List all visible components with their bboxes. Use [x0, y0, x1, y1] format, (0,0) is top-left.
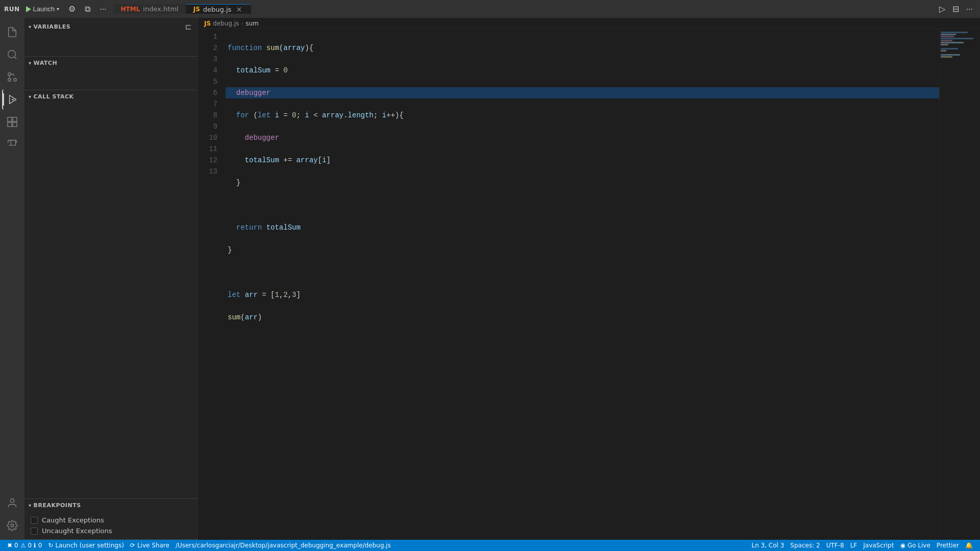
watch-section-title: WATCH — [34, 60, 194, 66]
variables-section-header[interactable]: ▾ VARIABLES ⊏ — [24, 18, 198, 36]
warning-icon: ⚠ — [20, 542, 26, 549]
tab-bar: HTML index.html JS debug.js × — [114, 4, 932, 14]
launch-run-button[interactable]: Launch ▾ — [23, 4, 63, 14]
svg-point-11 — [10, 499, 14, 503]
collapse-all-variables-button[interactable]: ⊏ — [183, 21, 194, 33]
warning-count: 0 — [28, 542, 32, 549]
debug-sidebar: ▾ VARIABLES ⊏ ▾ WATCH ▾ CALL STACK — [24, 18, 198, 540]
go-live-icon: ◉ — [900, 542, 905, 549]
bell-icon: 🔔 — [965, 542, 973, 549]
code-line-10: } — [226, 244, 939, 256]
activity-icon-testing[interactable] — [2, 134, 22, 155]
status-prettier[interactable]: Prettier — [934, 540, 962, 551]
breakpoint-caught-exceptions: Caught Exceptions — [31, 515, 192, 525]
breakpoints-section-header[interactable]: ▾ BREAKPOINTS — [24, 499, 198, 512]
svg-rect-9 — [8, 122, 12, 127]
variables-content — [24, 36, 198, 56]
activity-icon-git[interactable] — [2, 67, 22, 87]
language-text: JavaScript — [863, 542, 894, 549]
code-content[interactable]: function sum(array){ totalSum = 0 debugg… — [224, 29, 939, 540]
launch-config-label: Launch — [33, 5, 55, 13]
status-line-ending[interactable]: LF — [847, 540, 861, 551]
tab-index-html[interactable]: HTML index.html — [114, 4, 186, 14]
call-stack-section-title: CALL STACK — [34, 93, 194, 100]
more-actions-button[interactable]: ··· — [96, 3, 109, 16]
activity-icon-account[interactable] — [2, 493, 22, 513]
breadcrumb-separator: › — [241, 20, 243, 27]
live-share-label: Live Share — [137, 542, 169, 549]
sync-icon: ↻ — [48, 542, 53, 549]
window-actions: ▷ ⊟ ··· — [936, 2, 976, 16]
code-line-4: for (let i = 0; i < array.length; i++){ — [226, 110, 939, 121]
activity-icon-extensions[interactable] — [2, 112, 22, 132]
breadcrumb-file: debug.js — [213, 20, 239, 27]
svg-line-1 — [14, 57, 16, 59]
open-launch-json-button[interactable]: ⚙ — [65, 2, 79, 16]
breakpoints-section: ▾ BREAKPOINTS Caught Exceptions Uncaught… — [24, 499, 198, 540]
tab-debug-js[interactable]: JS debug.js × — [186, 4, 252, 14]
svg-rect-8 — [13, 117, 17, 121]
html-file-icon: HTML — [121, 6, 140, 13]
launch-config-status: Launch (user settings) — [55, 542, 124, 549]
status-cursor-position[interactable]: Ln 3, Col 3 — [748, 540, 787, 551]
code-line-11 — [226, 267, 939, 278]
status-file-path[interactable]: /Users/carlosgarciajr/Desktop/javascript… — [173, 540, 394, 551]
activity-icon-settings[interactable] — [2, 515, 22, 536]
activity-icon-explorer[interactable] — [2, 22, 22, 42]
tab-close-button[interactable]: × — [234, 5, 243, 14]
code-editor[interactable]: 12345 678910 111213 function sum(array){… — [198, 29, 939, 540]
status-encoding[interactable]: UTF-8 — [823, 540, 847, 551]
breakpoints-section-title: BREAKPOINTS — [34, 502, 194, 509]
line-numbers: 12345 678910 111213 — [198, 29, 224, 540]
watch-section-header[interactable]: ▾ WATCH — [24, 57, 198, 69]
error-icon: ✖ — [7, 542, 12, 549]
variables-section: ▾ VARIABLES ⊏ — [24, 18, 198, 57]
breakpoints-content: Caught Exceptions Uncaught Exceptions — [24, 512, 198, 539]
info-icon: ℹ — [34, 542, 36, 549]
code-line-5: debugger — [226, 132, 939, 143]
status-live-share[interactable]: ⟳ Live Share — [127, 540, 173, 551]
activity-icon-debug[interactable] — [2, 89, 22, 110]
activity-icon-search[interactable] — [2, 44, 22, 65]
caught-exceptions-label: Caught Exceptions — [42, 516, 104, 524]
status-bar: ✖ 0 ⚠ 0 ℹ 0 ↻ Launch (user settings) ⟳ L… — [0, 540, 980, 551]
status-launch-config[interactable]: ↻ Launch (user settings) — [45, 540, 127, 551]
activity-bar-bottom — [2, 493, 22, 540]
call-stack-section-header[interactable]: ▾ CALL STACK — [24, 90, 198, 103]
more-menu-button[interactable]: ··· — [963, 3, 976, 16]
split-editor-button[interactable]: ⧉ — [82, 3, 93, 16]
launch-dropdown-arrow: ▾ — [57, 6, 59, 12]
error-count: 0 — [14, 542, 18, 549]
breakpoint-uncaught-exceptions: Uncaught Exceptions — [31, 525, 192, 536]
js-file-icon: JS — [193, 6, 200, 13]
variables-chevron: ▾ — [29, 24, 32, 30]
status-go-live[interactable]: ◉ Go Live — [897, 540, 933, 551]
line-ending-text: LF — [850, 542, 857, 549]
svg-rect-10 — [13, 122, 17, 127]
file-path-text: /Users/carlosgarciajr/Desktop/javascript… — [176, 542, 391, 549]
uncaught-exceptions-checkbox[interactable] — [31, 528, 38, 535]
caught-exceptions-checkbox[interactable] — [31, 517, 38, 524]
svg-point-2 — [14, 79, 17, 82]
svg-point-6 — [12, 99, 13, 100]
status-language[interactable]: JavaScript — [860, 540, 897, 551]
svg-point-12 — [11, 524, 14, 527]
code-line-8 — [226, 199, 939, 211]
watch-section: ▾ WATCH — [24, 57, 198, 90]
play-icon — [26, 6, 31, 12]
main-area: ▾ VARIABLES ⊏ ▾ WATCH ▾ CALL STACK — [0, 18, 980, 540]
run-view-button[interactable]: ▷ — [936, 2, 948, 16]
code-line-2: totalSum = 0 — [226, 65, 939, 76]
breakpoints-chevron: ▾ — [29, 503, 32, 508]
call-stack-chevron: ▾ — [29, 94, 32, 99]
code-line-7: } — [226, 177, 939, 188]
minimap — [939, 29, 980, 540]
status-errors[interactable]: ✖ 0 ⚠ 0 ℹ 0 — [4, 540, 45, 551]
status-notifications[interactable]: 🔔 — [962, 540, 976, 551]
status-spaces[interactable]: Spaces: 2 — [787, 540, 823, 551]
code-line-13: sum(arr) — [226, 312, 939, 323]
toggle-sidebar-button[interactable]: ⊟ — [949, 2, 962, 16]
run-controls: RUN Launch ▾ ⚙ ⧉ ··· — [4, 2, 110, 16]
watch-content — [24, 69, 198, 90]
svg-point-0 — [8, 51, 16, 58]
